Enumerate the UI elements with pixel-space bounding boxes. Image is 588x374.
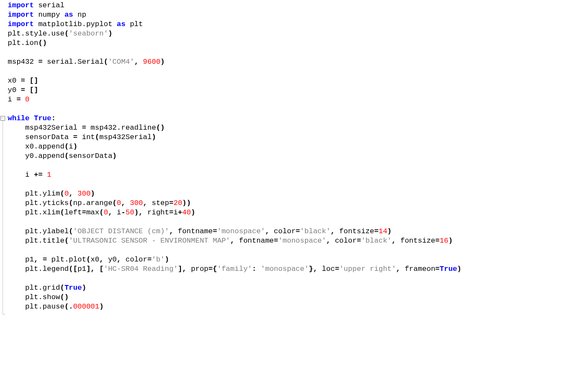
- token-punc: (: [60, 208, 64, 217]
- token-id: msp432: [8, 58, 38, 66]
- token-punc: ,: [265, 227, 269, 235]
- token-num: 0: [117, 199, 121, 207]
- token-punc: +=: [34, 171, 42, 179]
- token-id: loc: [317, 265, 335, 273]
- token-punc: ): [108, 30, 112, 38]
- token-id: [139, 58, 143, 66]
- token-id: plt: [125, 20, 143, 28]
- code-line[interactable]: import numpy as np: [8, 10, 588, 20]
- token-id: plt.show: [8, 293, 60, 301]
- token-kw: import: [8, 20, 34, 28]
- code-line[interactable]: i = 0: [8, 95, 588, 104]
- token-punc: ): [448, 237, 452, 245]
- token-punc: ): [387, 227, 392, 235]
- code-line[interactable]: plt.ion(): [8, 39, 588, 48]
- code-line[interactable]: y0 = []: [8, 86, 588, 95]
- fold-end-tick: [3, 314, 5, 315]
- fold-collapse-icon[interactable]: −: [0, 116, 5, 121]
- token-id: left: [65, 208, 82, 217]
- token-id: serial: [34, 1, 64, 9]
- token-kw: import: [8, 1, 34, 9]
- token-id: fontname: [235, 237, 274, 245]
- token-id: p1: [8, 255, 34, 264]
- code-line[interactable]: [8, 161, 588, 170]
- token-punc: ): [82, 284, 86, 292]
- token-id: matplotlib.pyplot: [34, 20, 117, 28]
- token-str: 'monospace': [278, 237, 326, 245]
- code-line[interactable]: [8, 48, 588, 57]
- token-id: np: [73, 11, 86, 19]
- token-punc: ,: [34, 255, 38, 264]
- code-line[interactable]: x0 = []: [8, 76, 588, 86]
- token-punc: []: [30, 77, 38, 85]
- code-line[interactable]: msp432 = serial.Serial('COM4', 9600): [8, 57, 588, 67]
- token-id: max: [86, 208, 100, 217]
- token-punc: =: [335, 265, 339, 273]
- token-id: numpy: [34, 11, 64, 19]
- token-punc: ,: [108, 208, 112, 217]
- token-id: plt.pause: [8, 303, 65, 311]
- code-line[interactable]: plt.ylim(0, 300): [8, 189, 588, 199]
- code-line[interactable]: plt.style.use('seaborn'): [8, 29, 588, 39]
- token-id: fontsize: [396, 237, 435, 245]
- code-line[interactable]: import matplotlib.pyplot as plt: [8, 20, 588, 29]
- token-id: x0: [91, 255, 99, 264]
- code-line[interactable]: import serial: [8, 1, 588, 10]
- code-line[interactable]: msp432Serial = msp432.readline(): [8, 123, 588, 133]
- code-line[interactable]: y0.append(sensorData): [8, 151, 588, 161]
- token-punc: ): [112, 152, 117, 160]
- code-line[interactable]: plt.show(): [8, 293, 588, 302]
- token-punc: []: [30, 86, 38, 94]
- token-kw: import: [8, 11, 34, 19]
- token-punc: (: [95, 133, 99, 141]
- token-num: 000001: [73, 303, 99, 311]
- code-line[interactable]: [8, 67, 588, 76]
- token-id: [30, 114, 34, 122]
- token-id: i: [8, 171, 34, 179]
- token-id: i: [8, 95, 16, 104]
- code-line[interactable]: [8, 274, 588, 283]
- token-kw-as: as: [117, 20, 125, 28]
- code-line[interactable]: plt.xlim(left=max(0, i-50), right=i+40): [8, 208, 588, 217]
- token-punc: =: [21, 77, 25, 85]
- code-line[interactable]: [8, 217, 588, 227]
- code-line[interactable]: [8, 246, 588, 255]
- token-str: 'monospace': [261, 265, 309, 273]
- token-punc: =: [357, 237, 361, 245]
- code-line[interactable]: plt.pause(.000001): [8, 302, 588, 312]
- token-id: y0: [103, 255, 117, 264]
- token-num: 50: [125, 208, 134, 217]
- token-num: 0: [103, 208, 108, 217]
- code-line[interactable]: [8, 180, 588, 189]
- code-line[interactable]: plt.ylabel('OBJECT DISTANCE (cm)', fontn…: [8, 227, 588, 236]
- token-punc: =: [374, 227, 378, 235]
- token-punc: ,: [134, 58, 139, 66]
- code-line[interactable]: plt.yticks(np.arange(0, 300, step=20)): [8, 199, 588, 208]
- token-id: plt.style.use: [8, 30, 65, 38]
- token-id: plt.ion: [8, 39, 38, 47]
- code-line[interactable]: plt.legend([p1], ['HC-SR04 Reading'], pr…: [8, 264, 588, 274]
- token-id: plt.plot: [47, 255, 86, 264]
- token-punc: =: [169, 199, 174, 207]
- token-punc: :: [252, 265, 256, 273]
- token-id: step: [147, 199, 169, 207]
- code-line[interactable]: while True:: [8, 114, 588, 123]
- token-bool: True: [440, 265, 457, 273]
- code-line[interactable]: x0.append(i): [8, 142, 588, 151]
- token-id: [43, 171, 47, 179]
- token-kw-as: as: [65, 11, 73, 19]
- code-line[interactable]: p1, = plt.plot(x0, y0, color='b'): [8, 255, 588, 264]
- code-line[interactable]: plt.title('ULTRASONIC SENSOR - ENVIRONME…: [8, 236, 588, 246]
- code-line[interactable]: sensorData = int(msp432Serial): [8, 133, 588, 142]
- token-punc: =: [295, 227, 300, 235]
- code-editor[interactable]: import serialimport numpy as npimport ma…: [0, 0, 588, 312]
- code-line[interactable]: [8, 104, 588, 114]
- code-line[interactable]: plt.grid(True): [8, 283, 588, 293]
- token-id: [257, 265, 261, 273]
- code-line[interactable]: i += 1: [8, 170, 588, 180]
- token-punc: =: [213, 227, 217, 235]
- token-id: color: [269, 227, 295, 235]
- token-id: prop: [186, 265, 208, 273]
- token-id: plt.title: [8, 237, 65, 245]
- token-str: 'b': [152, 255, 165, 264]
